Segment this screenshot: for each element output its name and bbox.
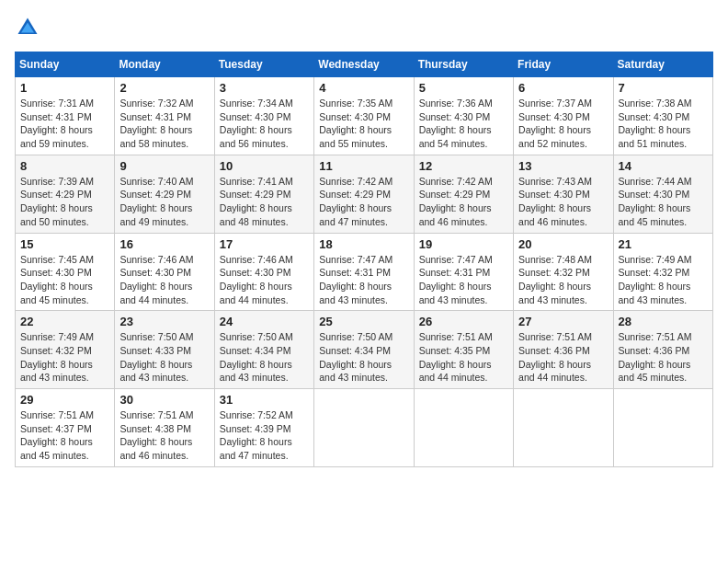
day-number: 10 xyxy=(220,159,309,173)
day-info: Sunrise: 7:46 AM Sunset: 4:30 PM Dayligh… xyxy=(220,253,309,307)
day-number: 12 xyxy=(419,159,508,173)
header-thursday: Thursday xyxy=(414,52,513,77)
calendar-cell: 4 Sunrise: 7:35 AM Sunset: 4:30 PM Dayli… xyxy=(314,77,414,155)
day-number: 22 xyxy=(20,315,109,328)
day-info: Sunrise: 7:38 AM Sunset: 4:30 PM Dayligh… xyxy=(619,97,708,151)
day-number: 29 xyxy=(20,393,109,407)
week-row-4: 22 Sunrise: 7:49 AM Sunset: 4:32 PM Dayl… xyxy=(16,311,713,389)
day-number: 15 xyxy=(20,237,109,251)
calendar-cell: 19 Sunrise: 7:47 AM Sunset: 4:31 PM Dayl… xyxy=(414,233,513,311)
day-info: Sunrise: 7:51 AM Sunset: 4:36 PM Dayligh… xyxy=(518,330,608,385)
header-tuesday: Tuesday xyxy=(214,52,313,77)
day-info: Sunrise: 7:42 AM Sunset: 4:29 PM Dayligh… xyxy=(419,175,508,229)
calendar-cell: 30 Sunrise: 7:51 AM Sunset: 4:38 PM Dayl… xyxy=(115,389,214,467)
day-info: Sunrise: 7:34 AM Sunset: 4:30 PM Dayligh… xyxy=(220,97,309,151)
logo-icon xyxy=(15,15,40,40)
day-number: 13 xyxy=(518,159,608,173)
day-info: Sunrise: 7:51 AM Sunset: 4:37 PM Dayligh… xyxy=(20,408,109,463)
day-info: Sunrise: 7:40 AM Sunset: 4:29 PM Dayligh… xyxy=(119,175,209,229)
calendar-cell: 20 Sunrise: 7:48 AM Sunset: 4:32 PM Dayl… xyxy=(514,233,613,311)
day-info: Sunrise: 7:49 AM Sunset: 4:32 PM Dayligh… xyxy=(20,330,109,385)
header-wednesday: Wednesday xyxy=(314,52,414,77)
calendar-cell: 24 Sunrise: 7:50 AM Sunset: 4:34 PM Dayl… xyxy=(214,311,313,389)
day-info: Sunrise: 7:31 AM Sunset: 4:31 PM Dayligh… xyxy=(20,97,109,151)
calendar-cell xyxy=(613,389,712,467)
day-number: 16 xyxy=(119,237,209,251)
day-number: 7 xyxy=(619,81,708,95)
calendar-cell: 16 Sunrise: 7:46 AM Sunset: 4:30 PM Dayl… xyxy=(115,233,214,311)
page-header xyxy=(15,15,713,40)
calendar-cell: 10 Sunrise: 7:41 AM Sunset: 4:29 PM Dayl… xyxy=(214,155,313,233)
calendar-cell: 11 Sunrise: 7:42 AM Sunset: 4:29 PM Dayl… xyxy=(314,155,414,233)
day-info: Sunrise: 7:50 AM Sunset: 4:33 PM Dayligh… xyxy=(119,330,209,385)
day-info: Sunrise: 7:46 AM Sunset: 4:30 PM Dayligh… xyxy=(119,253,209,307)
calendar-cell: 15 Sunrise: 7:45 AM Sunset: 4:30 PM Dayl… xyxy=(16,233,115,311)
calendar-cell: 23 Sunrise: 7:50 AM Sunset: 4:33 PM Dayl… xyxy=(115,311,214,389)
day-number: 4 xyxy=(319,81,408,95)
week-row-5: 29 Sunrise: 7:51 AM Sunset: 4:37 PM Dayl… xyxy=(16,389,713,467)
day-info: Sunrise: 7:44 AM Sunset: 4:30 PM Dayligh… xyxy=(619,175,708,229)
calendar-cell: 6 Sunrise: 7:37 AM Sunset: 4:30 PM Dayli… xyxy=(514,77,613,155)
day-info: Sunrise: 7:41 AM Sunset: 4:29 PM Dayligh… xyxy=(220,175,309,229)
day-number: 11 xyxy=(319,159,408,173)
week-row-2: 8 Sunrise: 7:39 AM Sunset: 4:29 PM Dayli… xyxy=(16,155,713,233)
calendar-cell xyxy=(514,389,613,467)
day-number: 30 xyxy=(119,393,209,407)
day-info: Sunrise: 7:52 AM Sunset: 4:39 PM Dayligh… xyxy=(220,408,309,463)
week-row-1: 1 Sunrise: 7:31 AM Sunset: 4:31 PM Dayli… xyxy=(16,77,713,155)
calendar-cell: 26 Sunrise: 7:51 AM Sunset: 4:35 PM Dayl… xyxy=(414,311,513,389)
day-number: 18 xyxy=(319,237,408,251)
calendar-cell: 14 Sunrise: 7:44 AM Sunset: 4:30 PM Dayl… xyxy=(613,155,712,233)
calendar-cell: 7 Sunrise: 7:38 AM Sunset: 4:30 PM Dayli… xyxy=(613,77,712,155)
day-number: 19 xyxy=(419,237,508,251)
day-info: Sunrise: 7:49 AM Sunset: 4:32 PM Dayligh… xyxy=(619,253,708,307)
calendar-cell: 17 Sunrise: 7:46 AM Sunset: 4:30 PM Dayl… xyxy=(214,233,313,311)
day-number: 26 xyxy=(419,315,508,328)
day-info: Sunrise: 7:45 AM Sunset: 4:30 PM Dayligh… xyxy=(20,253,109,307)
day-info: Sunrise: 7:48 AM Sunset: 4:32 PM Dayligh… xyxy=(518,253,608,307)
calendar-cell: 3 Sunrise: 7:34 AM Sunset: 4:30 PM Dayli… xyxy=(214,77,313,155)
calendar-cell: 27 Sunrise: 7:51 AM Sunset: 4:36 PM Dayl… xyxy=(514,311,613,389)
day-number: 9 xyxy=(119,159,209,173)
day-info: Sunrise: 7:51 AM Sunset: 4:38 PM Dayligh… xyxy=(119,408,209,463)
day-number: 1 xyxy=(20,81,109,95)
calendar-cell: 21 Sunrise: 7:49 AM Sunset: 4:32 PM Dayl… xyxy=(613,233,712,311)
calendar-table: SundayMondayTuesdayWednesdayThursdayFrid… xyxy=(15,52,713,467)
week-row-3: 15 Sunrise: 7:45 AM Sunset: 4:30 PM Dayl… xyxy=(16,233,713,311)
calendar-cell: 1 Sunrise: 7:31 AM Sunset: 4:31 PM Dayli… xyxy=(16,77,115,155)
day-info: Sunrise: 7:43 AM Sunset: 4:30 PM Dayligh… xyxy=(518,175,608,229)
day-info: Sunrise: 7:39 AM Sunset: 4:29 PM Dayligh… xyxy=(20,175,109,229)
day-number: 27 xyxy=(518,315,608,328)
calendar-cell: 2 Sunrise: 7:32 AM Sunset: 4:31 PM Dayli… xyxy=(115,77,214,155)
calendar-cell: 8 Sunrise: 7:39 AM Sunset: 4:29 PM Dayli… xyxy=(16,155,115,233)
calendar-cell: 31 Sunrise: 7:52 AM Sunset: 4:39 PM Dayl… xyxy=(214,389,313,467)
day-number: 14 xyxy=(619,159,708,173)
day-info: Sunrise: 7:47 AM Sunset: 4:31 PM Dayligh… xyxy=(319,253,408,307)
day-number: 5 xyxy=(419,81,508,95)
calendar-cell: 12 Sunrise: 7:42 AM Sunset: 4:29 PM Dayl… xyxy=(414,155,513,233)
header-monday: Monday xyxy=(115,52,214,77)
day-info: Sunrise: 7:51 AM Sunset: 4:35 PM Dayligh… xyxy=(419,330,508,385)
day-number: 17 xyxy=(220,237,309,251)
day-info: Sunrise: 7:47 AM Sunset: 4:31 PM Dayligh… xyxy=(419,253,508,307)
calendar-cell: 5 Sunrise: 7:36 AM Sunset: 4:30 PM Dayli… xyxy=(414,77,513,155)
calendar-cell: 22 Sunrise: 7:49 AM Sunset: 4:32 PM Dayl… xyxy=(16,311,115,389)
day-info: Sunrise: 7:35 AM Sunset: 4:30 PM Dayligh… xyxy=(319,97,408,151)
calendar-cell: 28 Sunrise: 7:51 AM Sunset: 4:36 PM Dayl… xyxy=(613,311,712,389)
logo xyxy=(15,15,44,40)
header-sunday: Sunday xyxy=(16,52,115,77)
day-number: 28 xyxy=(619,315,708,328)
day-info: Sunrise: 7:36 AM Sunset: 4:30 PM Dayligh… xyxy=(419,97,508,151)
day-number: 21 xyxy=(619,237,708,251)
calendar-cell: 18 Sunrise: 7:47 AM Sunset: 4:31 PM Dayl… xyxy=(314,233,414,311)
day-number: 25 xyxy=(319,315,408,328)
day-info: Sunrise: 7:42 AM Sunset: 4:29 PM Dayligh… xyxy=(319,175,408,229)
day-info: Sunrise: 7:32 AM Sunset: 4:31 PM Dayligh… xyxy=(119,97,209,151)
calendar-cell: 13 Sunrise: 7:43 AM Sunset: 4:30 PM Dayl… xyxy=(514,155,613,233)
calendar-cell xyxy=(414,389,513,467)
calendar-cell xyxy=(314,389,414,467)
weekday-header-row: SundayMondayTuesdayWednesdayThursdayFrid… xyxy=(16,52,713,77)
day-number: 31 xyxy=(220,393,309,407)
day-info: Sunrise: 7:50 AM Sunset: 4:34 PM Dayligh… xyxy=(319,330,408,385)
calendar-cell: 29 Sunrise: 7:51 AM Sunset: 4:37 PM Dayl… xyxy=(16,389,115,467)
